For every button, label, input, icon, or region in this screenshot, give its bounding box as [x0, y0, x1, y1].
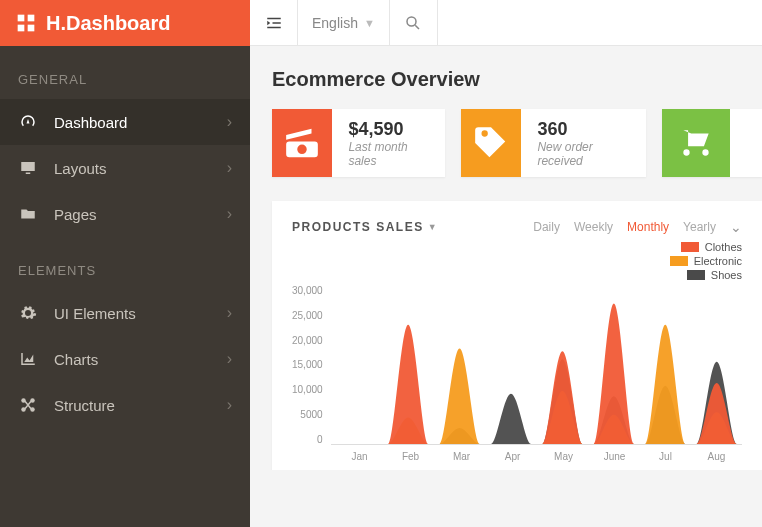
stat-card-third[interactable] [662, 109, 762, 177]
xtick: Jul [640, 451, 691, 462]
stat-sub: New order received [537, 140, 630, 168]
tag-icon [461, 109, 521, 177]
brand-icon [16, 13, 36, 33]
ytick: 10,000 [292, 384, 323, 395]
xtick: Mar [436, 451, 487, 462]
xtick: Apr [487, 451, 538, 462]
sidebar: H.Dashboard GENERAL Dashboard › Layouts … [0, 0, 250, 527]
legend-label: Electronic [694, 255, 742, 267]
stat-sub: Last month sales [348, 140, 429, 168]
legend-swatch [681, 242, 699, 252]
chevron-right-icon: › [227, 396, 232, 414]
gauge-icon [18, 113, 38, 131]
cart-icon [662, 109, 730, 177]
ytick: 30,000 [292, 285, 323, 296]
legend-item: Electronic [670, 255, 742, 267]
section-general: GENERAL [0, 46, 250, 99]
chart-panel: PRODUCTS SALES ▼ Daily Weekly Monthly Ye… [272, 201, 762, 470]
chevron-right-icon: › [227, 113, 232, 131]
legend-label: Shoes [711, 269, 742, 281]
caret-down-icon: ▼ [428, 222, 438, 232]
search-button[interactable] [390, 0, 438, 45]
chart-legend: Clothes Electronic Shoes [292, 241, 742, 281]
svg-rect-2 [18, 25, 25, 32]
sidebar-item-ui-elements[interactable]: UI Elements › [0, 290, 250, 336]
legend-label: Clothes [705, 241, 742, 253]
sidebar-item-pages[interactable]: Pages › [0, 191, 250, 237]
chart-title-selector[interactable]: PRODUCTS SALES ▼ [292, 220, 438, 234]
sidebar-item-label: Pages [54, 206, 227, 223]
svg-rect-1 [28, 15, 35, 22]
period-yearly[interactable]: Yearly [683, 220, 716, 234]
sidebar-item-label: UI Elements [54, 305, 227, 322]
period-daily[interactable]: Daily [533, 220, 560, 234]
chevron-right-icon: › [227, 159, 232, 177]
stat-card-orders[interactable]: 360 New order received [461, 109, 646, 177]
svg-point-8 [407, 17, 416, 26]
sidebar-item-label: Structure [54, 397, 227, 414]
stat-cards: $4,590 Last month sales 360 New order re… [272, 109, 762, 177]
gear-icon [18, 304, 38, 322]
y-axis: 30,000 25,000 20,000 15,000 10,000 5000 … [292, 285, 331, 445]
legend-item: Shoes [687, 269, 742, 281]
ytick: 25,000 [292, 310, 323, 321]
main: English ▼ Ecommerce Overview $4,590 Last… [250, 0, 762, 527]
period-weekly[interactable]: Weekly [574, 220, 613, 234]
search-icon [404, 14, 422, 32]
ytick: 0 [317, 434, 323, 445]
chart-more-dropdown[interactable]: ⌄ [730, 219, 742, 235]
legend-item: Clothes [681, 241, 742, 253]
sidebar-item-label: Layouts [54, 160, 227, 177]
sidebar-item-layouts[interactable]: Layouts › [0, 145, 250, 191]
sidebar-item-charts[interactable]: Charts › [0, 336, 250, 382]
caret-down-icon: ▼ [364, 17, 375, 29]
money-icon [272, 109, 332, 177]
svg-rect-3 [28, 25, 35, 32]
legend-swatch [670, 256, 688, 266]
svg-rect-0 [18, 15, 25, 22]
sidebar-item-structure[interactable]: Structure › [0, 382, 250, 428]
chart-title: PRODUCTS SALES [292, 220, 424, 234]
chevron-right-icon: › [227, 205, 232, 223]
chart-icon [18, 350, 38, 368]
toggle-sidebar-button[interactable] [250, 0, 298, 45]
chevron-right-icon: › [227, 304, 232, 322]
sidebar-item-dashboard[interactable]: Dashboard › [0, 99, 250, 145]
structure-icon [18, 396, 38, 414]
ytick: 15,000 [292, 359, 323, 370]
chart-plot [331, 285, 742, 445]
language-selector[interactable]: English ▼ [298, 0, 390, 45]
display-icon [18, 159, 38, 177]
x-axis: Jan Feb Mar Apr May June Jul Aug [292, 451, 742, 462]
chart-area: 30,000 25,000 20,000 15,000 10,000 5000 … [292, 285, 742, 445]
ytick: 20,000 [292, 335, 323, 346]
legend-swatch [687, 270, 705, 280]
sidebar-item-label: Dashboard [54, 114, 227, 131]
ytick: 5000 [300, 409, 322, 420]
chart-period-pager: Daily Weekly Monthly Yearly ⌄ [533, 219, 742, 235]
stat-value: 360 [537, 119, 630, 140]
brand-label: H.Dashboard [46, 12, 170, 35]
stat-value: $4,590 [348, 119, 429, 140]
chevron-right-icon: › [227, 350, 232, 368]
page-title: Ecommerce Overview [272, 68, 762, 91]
indent-icon [265, 14, 283, 32]
xtick: June [589, 451, 640, 462]
stat-card-sales[interactable]: $4,590 Last month sales [272, 109, 445, 177]
folder-icon [18, 205, 38, 223]
xtick: Jan [334, 451, 385, 462]
period-monthly[interactable]: Monthly [627, 220, 669, 234]
brand[interactable]: H.Dashboard [0, 0, 250, 46]
sidebar-item-label: Charts [54, 351, 227, 368]
topbar: English ▼ [250, 0, 762, 46]
language-label: English [312, 15, 358, 31]
xtick: Aug [691, 451, 742, 462]
xtick: May [538, 451, 589, 462]
xtick: Feb [385, 451, 436, 462]
section-elements: ELEMENTS [0, 237, 250, 290]
